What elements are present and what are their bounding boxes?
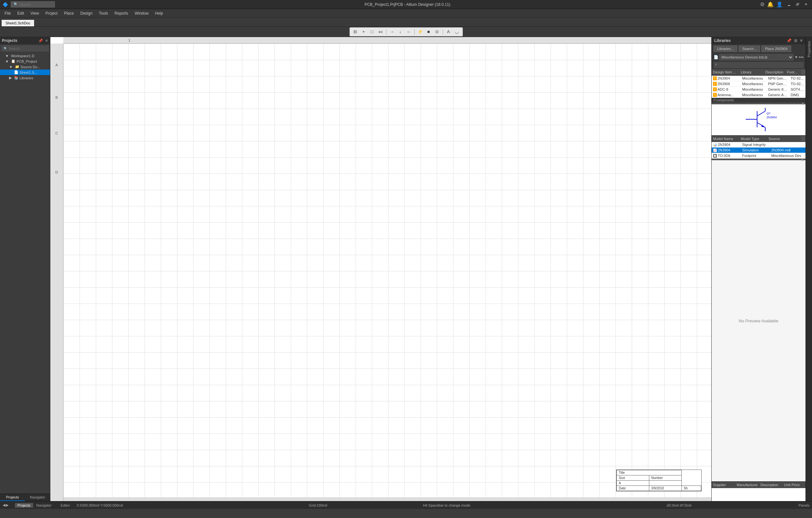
titlebar: 🔷 🔍 PCB_Project1.PrjPCB - Altium Designe… xyxy=(0,0,812,9)
panel-header-buttons: 📌 ✕ xyxy=(37,38,48,43)
tab-navigator[interactable]: Navigator xyxy=(25,494,50,501)
row-label-b: B xyxy=(50,96,63,100)
tab-projects[interactable]: Projects xyxy=(0,494,25,501)
model-row-simulation[interactable]: 📈 2N3904 Simulation 2N3904.mdl xyxy=(712,147,806,153)
workspace-label: Workspace1.D xyxy=(11,54,34,58)
statusbar-panels-button[interactable]: Panels xyxy=(799,503,809,507)
title-search-box[interactable]: 🔍 xyxy=(11,1,55,7)
toolbar-filter-btn[interactable]: ⊟ xyxy=(352,28,359,35)
tree-item-libraries[interactable]: ▶ 📚 Libraries xyxy=(0,75,50,81)
lib-filter[interactable] xyxy=(712,61,806,69)
toolbar: ⊟ + □ ≡≡ → ↓ ← ⚡ ■ ⊙ A ◡ xyxy=(0,27,812,37)
horizontal-scrollbar[interactable] xyxy=(63,497,711,501)
toolbar-text-btn[interactable]: A xyxy=(445,28,452,35)
menu-design[interactable]: Design xyxy=(77,10,95,17)
toolbar-net-btn[interactable]: ■ xyxy=(425,28,432,35)
menu-help[interactable]: Help xyxy=(152,10,166,17)
schematic-area[interactable]: 1 A B C D Title xyxy=(50,37,711,501)
tree-item-workspace[interactable]: ▼ Workspace1.D xyxy=(0,53,50,58)
toolbar-align-btn[interactable]: ≡≡ xyxy=(377,28,384,35)
comp-adc8-desc: Generic 8-Bit / xyxy=(766,87,789,92)
lib-table-resize[interactable] xyxy=(801,70,806,75)
toolbar-rect-btn[interactable]: □ xyxy=(369,28,376,35)
statusbar-tab-projects[interactable]: Projects xyxy=(15,503,33,508)
model-row-signal-integrity[interactable]: 📊 2N3904 Signal Integrity xyxy=(712,142,806,147)
panel-close-btn[interactable]: ✕ xyxy=(45,39,48,43)
toolbar-move-down-btn[interactable]: ↓ xyxy=(397,28,404,35)
footprint-resize-handle[interactable]: ⇅ xyxy=(712,159,806,160)
model-fp-source: Miscellaneous Dev xyxy=(770,154,806,158)
titlebar-search-input[interactable] xyxy=(20,3,52,6)
place-button[interactable]: Place 2N3904 xyxy=(761,46,791,52)
search-button[interactable]: Search... xyxy=(738,46,760,52)
menu-file[interactable]: File xyxy=(1,10,14,17)
lib-dropdown-arrow[interactable]: ▼ xyxy=(794,55,798,59)
project-search[interactable]: 🔍 xyxy=(1,46,49,51)
settings-icon[interactable]: ⚙ xyxy=(760,1,764,7)
comp-2n3906-foot: TO-92... xyxy=(789,82,806,86)
statusbar-hint: Hit Spacebar to change mode xyxy=(334,503,560,507)
models-resize[interactable] xyxy=(801,136,806,141)
toolbar-move-right-btn[interactable]: → xyxy=(388,28,396,35)
menu-reports[interactable]: Reports xyxy=(111,10,132,17)
menu-window[interactable]: Window xyxy=(132,10,152,17)
menu-tools[interactable]: Tools xyxy=(96,10,111,17)
model-fp-name: 🔲 TO-92A xyxy=(712,154,741,158)
toolbar-add-btn[interactable]: + xyxy=(360,28,367,35)
svg-text:Q?: Q? xyxy=(766,112,771,115)
tab-sheet1[interactable]: Sheet1.SchDoc xyxy=(1,20,34,26)
lib-row-2n3906[interactable]: C 2N3906 Miscellaneou PNP General TO-92.… xyxy=(712,81,806,87)
lib-more-btn[interactable]: ••• xyxy=(799,55,804,60)
model-row-footprint[interactable]: 🔲 TO-92A Footprint Miscellaneous Dev xyxy=(712,153,806,159)
model-fp-icon: 🔲 xyxy=(713,154,717,158)
tree-item-sheet1[interactable]: 📄 Sheet1.S... xyxy=(0,70,50,75)
toolbar-move-left-btn[interactable]: ← xyxy=(405,28,412,35)
preview-resize-handle[interactable]: ⇅ xyxy=(712,103,806,104)
date-value-cell: 3/9/2018 xyxy=(649,486,682,491)
menu-project[interactable]: Project xyxy=(42,10,61,17)
schematic-canvas[interactable]: Title Size Number A Date: xyxy=(63,44,711,501)
panel-pin-btn[interactable]: 📌 xyxy=(38,39,43,43)
restore-button[interactable]: 🗗 xyxy=(794,2,801,7)
lib-pin-btn[interactable]: 📌 xyxy=(787,38,791,43)
comp-2n3904-lib: Miscellaneou xyxy=(741,76,767,81)
source-docs-icon: 📁 xyxy=(15,65,20,69)
library-dropdown[interactable]: Miscellaneous Devices.IntLib xyxy=(719,54,793,60)
ruler-top: 1 xyxy=(63,37,711,44)
lib-row-2n3904[interactable]: C 2N3904 Miscellaneou NPN General TO-92.… xyxy=(712,76,806,81)
lib-close-btn[interactable]: ✕ xyxy=(800,38,803,43)
lib-row-antenna[interactable]: C Antenna... Miscellaneou Generic Anten … xyxy=(712,92,806,98)
minimize-button[interactable]: 🗕 xyxy=(785,2,792,7)
toolbar-power-btn[interactable]: ⚡ xyxy=(417,28,424,35)
supplier-col-manufacturer: Manufacturer xyxy=(735,482,759,487)
schematic-grid[interactable]: Title Size Number A Date: xyxy=(63,44,711,501)
svg-text:2N3904: 2N3904 xyxy=(766,116,777,119)
project-search-input[interactable] xyxy=(8,47,47,50)
comp-icon-2n3904: C xyxy=(713,76,717,80)
comp-adc8-name: C ADC-8 xyxy=(712,87,741,92)
lib-row-adc8[interactable]: C ADC-8 Miscellaneou Generic 8-Bit / SOT… xyxy=(712,87,806,92)
toolbar-mark-btn[interactable]: ⊙ xyxy=(434,28,441,35)
menu-edit[interactable]: Edit xyxy=(14,10,27,17)
properties-tab[interactable]: Properties xyxy=(807,38,811,60)
project-icon: 📋 xyxy=(11,59,16,63)
statusbar-coordinates: X:5300.000mil Y:5600.000mil xyxy=(77,503,303,507)
comp-adc8-foot: SOT40... xyxy=(789,87,806,92)
toolbar-wave-btn[interactable]: ◡ xyxy=(454,28,461,35)
menu-place[interactable]: Place xyxy=(61,10,77,17)
tree-item-pcb-project[interactable]: ▼ 📋 PCB_Project xyxy=(0,58,50,64)
comp-icon-adc8: C xyxy=(713,87,717,91)
close-button[interactable]: ✕ xyxy=(802,2,809,7)
lib-filter-input[interactable] xyxy=(714,62,804,68)
sheet-icon: 📄 xyxy=(14,70,19,75)
prev-arrow[interactable]: ◀ xyxy=(3,503,5,507)
menu-view[interactable]: View xyxy=(27,10,42,17)
notifications-icon[interactable]: 🔔 xyxy=(767,1,774,7)
statusbar-tab-navigator[interactable]: Navigator xyxy=(34,503,54,508)
user-icon[interactable]: 👤 xyxy=(776,1,783,7)
lib-float-btn[interactable]: ⊞ xyxy=(794,38,798,43)
editor-label: Editor xyxy=(61,503,70,507)
libraries-button[interactable]: Libraries... xyxy=(714,46,737,52)
tree-item-source-docs[interactable]: ▼ 📁 Source Do... xyxy=(0,64,50,70)
next-arrow[interactable]: ▶ xyxy=(6,503,8,507)
